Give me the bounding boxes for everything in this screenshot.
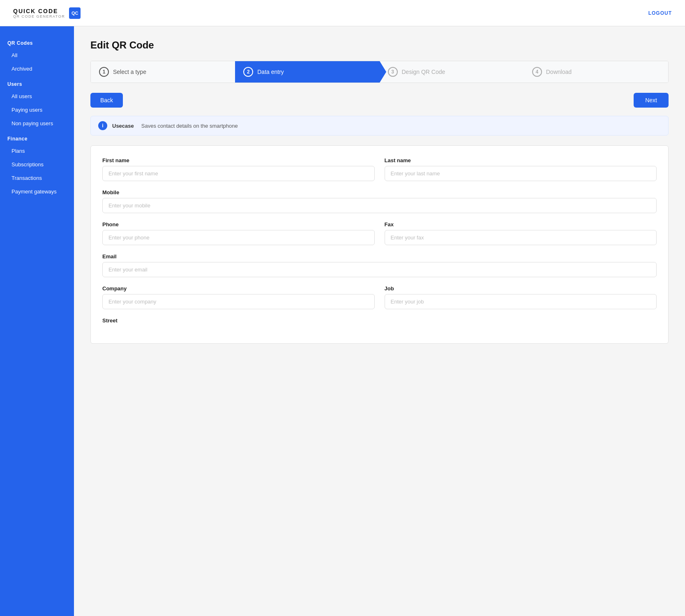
form-group-phone: Phone <box>102 221 375 245</box>
step-num-3: 3 <box>388 67 398 77</box>
step-label-2: Data entry <box>257 69 284 75</box>
logo-area: QUICK CODE QR CODE GENERATOR QC <box>13 7 81 19</box>
input-email[interactable] <box>102 262 657 277</box>
label-company: Company <box>102 285 375 292</box>
input-first-name[interactable] <box>102 166 375 181</box>
step-select-type: 1 Select a type <box>91 61 235 83</box>
logo-icon: QC <box>69 7 81 19</box>
main-content: Edit QR Code 1 Select a type 2 Data entr… <box>74 26 685 616</box>
back-button[interactable]: Back <box>90 93 123 108</box>
page-title: Edit QR Code <box>90 39 669 51</box>
input-last-name[interactable] <box>385 166 657 181</box>
form-row-3: Phone Fax <box>102 221 657 245</box>
step-download: 4 Download <box>524 61 668 83</box>
logo-title: QUICK CODE <box>13 8 65 14</box>
form-row-1: First name Last name <box>102 157 657 181</box>
label-fax: Fax <box>385 221 657 228</box>
sidebar-item-archived[interactable]: Archived <box>0 62 74 76</box>
sidebar-item-paying-users[interactable]: Paying users <box>0 103 74 117</box>
input-company[interactable] <box>102 294 375 309</box>
form-group-company: Company <box>102 285 375 309</box>
app-body: QR Codes All Archived Users All users Pa… <box>0 26 685 616</box>
sidebar-item-payment-gateways[interactable]: Payment gateways <box>0 185 74 198</box>
form-group-job: Job <box>385 285 657 309</box>
sidebar-section-finance: Finance <box>0 130 74 144</box>
label-phone: Phone <box>102 221 375 228</box>
sidebar: QR Codes All Archived Users All users Pa… <box>0 26 74 616</box>
label-first-name: First name <box>102 157 375 163</box>
form-group-first-name: First name <box>102 157 375 181</box>
label-last-name: Last name <box>385 157 657 163</box>
input-phone[interactable] <box>102 230 375 245</box>
input-mobile[interactable] <box>102 198 657 213</box>
form-group-email: Email <box>102 253 657 277</box>
next-button[interactable]: Next <box>634 93 669 108</box>
usecase-label: Usecase <box>112 123 134 129</box>
label-mobile: Mobile <box>102 189 657 195</box>
form-row-2: Mobile <box>102 189 657 213</box>
step-label-3: Design QR Code <box>402 69 445 75</box>
sidebar-item-subscriptions[interactable]: Subscriptions <box>0 158 74 171</box>
sidebar-item-transactions[interactable]: Transactions <box>0 171 74 185</box>
step-design-qr-code: 3 Design QR Code <box>380 61 524 83</box>
input-fax[interactable] <box>385 230 657 245</box>
label-email: Email <box>102 253 657 260</box>
logo-subtitle: QR CODE GENERATOR <box>13 14 65 18</box>
action-row: Back Next <box>90 93 669 108</box>
label-job: Job <box>385 285 657 292</box>
step-data-entry: 2 Data entry <box>235 61 379 83</box>
top-bar: QUICK CODE QR CODE GENERATOR QC Logout <box>0 0 685 26</box>
label-street: Street <box>102 317 657 324</box>
sidebar-item-non-paying-users[interactable]: Non paying users <box>0 117 74 130</box>
step-label-1: Select a type <box>113 69 146 75</box>
form-group-mobile: Mobile <box>102 189 657 213</box>
form-row-4: Email <box>102 253 657 277</box>
form-group-fax: Fax <box>385 221 657 245</box>
sidebar-section-users: Users <box>0 76 74 90</box>
sidebar-item-all-users[interactable]: All users <box>0 90 74 103</box>
sidebar-item-plans[interactable]: Plans <box>0 144 74 158</box>
logo-text: QUICK CODE QR CODE GENERATOR <box>13 8 65 18</box>
input-job[interactable] <box>385 294 657 309</box>
form-row-6: Street <box>102 317 657 324</box>
info-icon: i <box>98 121 107 130</box>
logout-button[interactable]: Logout <box>648 10 672 16</box>
step-num-4: 4 <box>532 67 542 77</box>
sidebar-item-all[interactable]: All <box>0 48 74 62</box>
step-label-4: Download <box>546 69 572 75</box>
step-num-2: 2 <box>243 67 253 77</box>
form-container: First name Last name Mobile Phone <box>90 145 669 344</box>
form-row-5: Company Job <box>102 285 657 309</box>
usecase-description: Saves contact details on the smartphone <box>141 123 238 129</box>
stepper: 1 Select a type 2 Data entry 3 Design QR… <box>90 61 669 83</box>
step-num-1: 1 <box>99 67 109 77</box>
usecase-banner: i Usecase Saves contact details on the s… <box>90 116 669 136</box>
form-group-last-name: Last name <box>385 157 657 181</box>
form-group-street: Street <box>102 317 657 324</box>
sidebar-section-qr-codes: QR Codes <box>0 34 74 48</box>
